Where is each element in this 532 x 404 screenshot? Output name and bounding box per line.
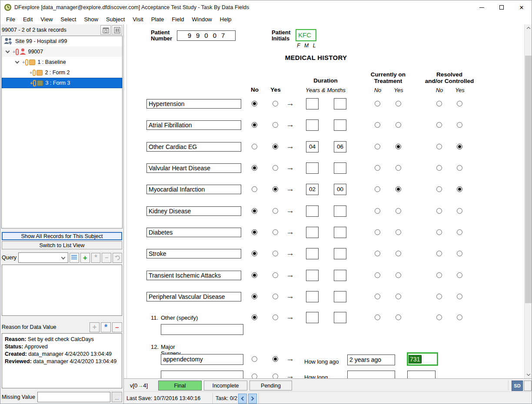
reason-add-button[interactable]: + [90,322,100,332]
query-undo-button[interactable] [113,253,122,263]
treatment-yes-radio[interactable] [396,251,401,256]
duration-months-input[interactable] [334,205,346,217]
history-yes-radio[interactable] [273,165,278,171]
treatment-no-radio[interactable] [375,229,380,235]
tree-item-plate3-selected[interactable]: + 3 : Form 3 [2,78,122,88]
duration-years-input[interactable] [306,98,319,109]
menu-plate[interactable]: Plate [147,15,168,24]
resolved-no-radio[interactable] [436,186,442,192]
treatment-yes-radio[interactable] [396,294,401,299]
condition-name-box[interactable]: Atrial Fibrillation [146,120,241,130]
reason-delete-button[interactable]: − [112,322,122,332]
history-yes-radio[interactable] [273,315,278,320]
menu-help[interactable]: Help [216,15,236,24]
scroll-down-button[interactable] [525,371,532,378]
resolved-yes-radio[interactable] [457,229,462,235]
treatment-no-radio[interactable] [375,315,380,320]
treatment-no-radio[interactable] [375,251,380,256]
menu-view[interactable]: View [37,15,57,24]
history-yes-radio[interactable] [273,144,278,149]
collapse-chevron-icon[interactable] [6,49,10,53]
history-no-radio[interactable] [252,374,257,378]
pending-status-button[interactable]: Pending [249,381,292,391]
query-text-area[interactable] [2,265,122,316]
history-no-radio[interactable] [252,251,257,256]
history-yes-radio[interactable] [273,186,278,192]
condition-name-box[interactable]: Diabetes [146,228,241,237]
incomplete-status-button[interactable]: Incomplete [204,381,247,391]
duration-years-input[interactable] [306,270,319,281]
final-status-button[interactable]: Final [158,381,202,391]
surgery-specify-input[interactable] [161,371,243,378]
treatment-no-radio[interactable] [375,294,380,299]
query-add-button[interactable]: + [80,253,90,263]
resolved-no-radio[interactable] [436,229,442,235]
history-no-radio[interactable] [252,186,257,192]
history-yes-radio[interactable] [273,251,278,256]
history-yes-radio[interactable] [273,272,278,278]
resolved-no-radio[interactable] [436,165,442,171]
tree-item-plate2[interactable]: + 2 : Form 2 [2,67,122,78]
condition-name-box[interactable]: Stroke [146,249,241,258]
show-all-records-button[interactable]: Show All Records for This Subject [2,232,122,240]
other-specify-input[interactable] [161,324,243,335]
history-yes-radio[interactable] [273,294,278,299]
resolved-yes-radio[interactable] [457,251,462,256]
previous-task-button[interactable] [238,394,247,404]
treatment-no-radio[interactable] [375,165,380,171]
menu-show[interactable]: Show [80,15,102,24]
duration-years-input[interactable] [306,312,319,323]
tree-item-subject[interactable]: + 99007 [2,46,122,57]
duration-years-input[interactable]: 04 [306,141,319,152]
treatment-yes-radio[interactable] [396,165,401,171]
history-no-radio[interactable] [252,101,257,106]
condition-name-box[interactable]: Hypertension [146,99,241,109]
query-dropdown[interactable] [18,252,68,263]
duration-months-input[interactable]: 06 [334,141,346,152]
patient-initials-field[interactable]: KFC [296,29,316,41]
scroll-up-button[interactable] [525,24,532,32]
how-long-ago-input[interactable]: 2 years ago [347,354,395,365]
history-yes-radio[interactable] [273,122,278,128]
treatment-no-radio[interactable] [375,186,380,192]
timeline-view-button[interactable] [100,25,111,35]
days-field-focused[interactable]: 731 [407,352,438,366]
treatment-no-radio[interactable] [375,272,380,278]
condition-name-box[interactable]: Peripheral Vascular Disease [146,292,241,301]
duration-months-input[interactable] [334,248,346,259]
duration-years-input[interactable] [306,248,319,259]
maximize-button[interactable] [492,0,512,14]
resolved-no-radio[interactable] [436,315,442,320]
menu-file[interactable]: File [2,15,19,24]
duration-months-input[interactable]: 00 [334,184,346,195]
query-edit-button[interactable]: * [91,253,101,263]
treatment-yes-radio[interactable] [396,208,401,214]
history-no-radio[interactable] [252,122,257,128]
menu-select[interactable]: Select [57,15,80,24]
history-yes-radio[interactable] [273,229,278,235]
resolved-no-radio[interactable] [436,144,442,149]
history-yes-radio[interactable] [273,374,278,378]
collapse-chevron-icon[interactable] [15,59,20,63]
condition-name-box[interactable]: Kidney Disease [146,206,241,216]
resolved-yes-radio[interactable] [457,122,462,128]
menu-field[interactable]: Field [168,15,188,24]
query-remove-button[interactable]: − [102,253,111,263]
tree-item-visit[interactable]: + 1 : Baseline [2,57,122,67]
duration-years-input[interactable] [306,119,319,131]
resolved-no-radio[interactable] [436,272,442,278]
treatment-yes-radio[interactable] [396,101,401,106]
duration-months-input[interactable] [334,227,346,238]
tree-item-site[interactable]: Site 99 - Hospital #99 [2,36,122,46]
duration-months-input[interactable] [334,98,346,109]
menu-subject[interactable]: Subject [102,15,129,24]
duration-years-input[interactable] [306,291,319,302]
resolved-yes-radio[interactable] [457,101,462,106]
menu-visit[interactable]: Visit [129,15,147,24]
next-task-button[interactable] [248,394,257,404]
condition-name-box[interactable]: Other Cardiac EG [146,142,241,152]
sd-button[interactable]: SD [512,381,523,391]
days-input[interactable] [407,371,436,378]
treatment-yes-radio[interactable] [396,315,401,320]
history-yes-radio[interactable] [273,356,278,362]
